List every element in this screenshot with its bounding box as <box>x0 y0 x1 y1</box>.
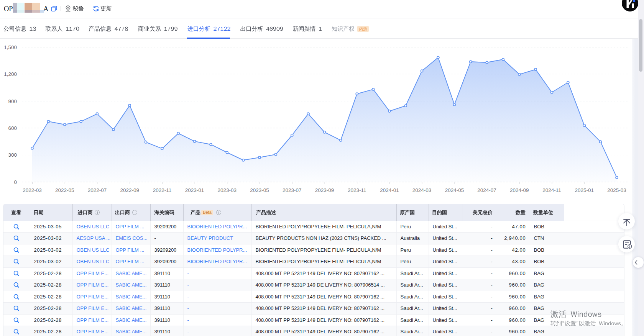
svg-text:2023-05: 2023-05 <box>250 187 269 193</box>
svg-text:900: 900 <box>8 98 17 104</box>
svg-text:2024-09: 2024-09 <box>510 187 529 193</box>
svg-text:2025-01: 2025-01 <box>575 187 594 193</box>
svg-text:2024-03: 2024-03 <box>412 187 432 193</box>
svg-text:2022-05: 2022-05 <box>55 187 74 193</box>
svg-text:1,200: 1,200 <box>4 71 17 77</box>
svg-text:2025-03: 2025-03 <box>607 187 626 193</box>
svg-text:2024-11: 2024-11 <box>542 187 561 193</box>
svg-text:2024-01: 2024-01 <box>380 187 399 193</box>
svg-text:2024-07: 2024-07 <box>477 187 496 193</box>
svg-text:2023-09: 2023-09 <box>315 187 334 193</box>
svg-text:300: 300 <box>8 152 17 158</box>
svg-text:2022-07: 2022-07 <box>88 187 107 193</box>
svg-text:2022-09: 2022-09 <box>120 187 139 193</box>
svg-text:0: 0 <box>14 179 17 185</box>
svg-text:2022-03: 2022-03 <box>23 187 42 193</box>
svg-text:2023-11: 2023-11 <box>348 187 366 193</box>
svg-text:600: 600 <box>8 125 17 131</box>
svg-text:2023-01: 2023-01 <box>185 187 204 193</box>
svg-text:2024-05: 2024-05 <box>445 187 464 193</box>
svg-text:1,500: 1,500 <box>4 44 17 50</box>
svg-text:2022-11: 2022-11 <box>153 187 172 193</box>
svg-text:2023-07: 2023-07 <box>283 187 302 193</box>
svg-text:2023-03: 2023-03 <box>218 187 237 193</box>
